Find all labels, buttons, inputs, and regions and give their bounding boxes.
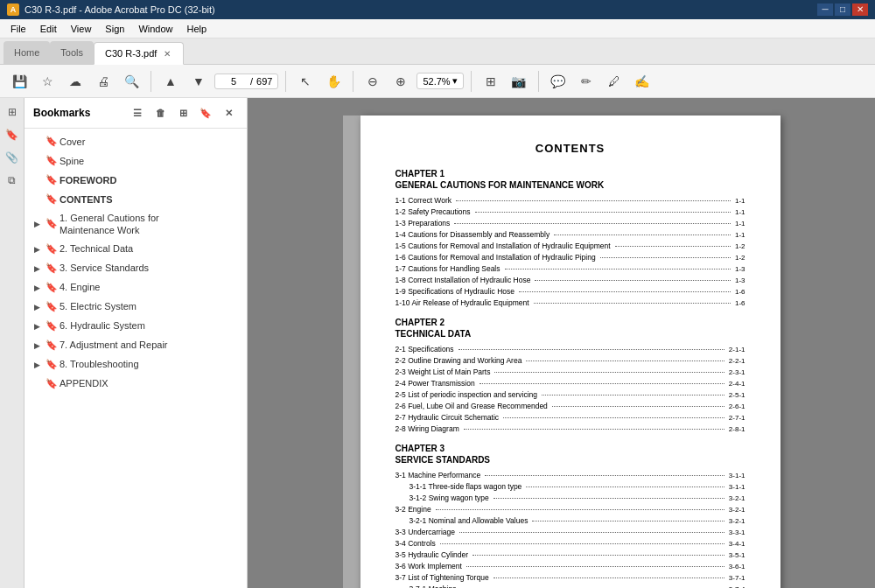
tab-document[interactable]: C30 R-3.pdf ✕ [94,42,184,65]
cursor-tool-button[interactable]: ↖ [293,69,318,94]
tab-close-icon[interactable]: ✕ [162,48,172,60]
expand-icon[interactable]: ▶ [32,340,42,351]
expand-icon[interactable]: ▶ [32,302,42,312]
bookmarks-options-button[interactable]: ☰ [128,103,147,122]
bookmark-label: FOREWORD [60,174,116,186]
tab-tools[interactable]: Tools [50,41,94,64]
main-area: ⊞ 🔖 📎 ⧉ Bookmarks ☰ 🗑 ⊞ 🔖 ✕ 🔖 Cover [0,98,875,588]
comment-button[interactable]: 💬 [546,69,570,94]
print-button[interactable]: 🖨 [91,69,116,94]
pdf-contents-title: CONTENTS [396,142,746,155]
expand-icon[interactable]: ▶ [32,219,42,229]
expand-placeholder [32,194,42,205]
expand-placeholder [32,379,42,389]
document-area[interactable]: CONTENTS CHAPTER 1 GENERAL CAUTIONS FOR … [248,98,875,588]
close-button[interactable]: ✕ [852,4,868,16]
separator-2 [285,71,286,92]
expand-icon[interactable]: ▶ [32,360,42,370]
toc-item: 3-6 Work Implement3-6-1 [396,561,746,572]
bookmark-ch8[interactable]: ▶ 🔖 8. Troubleshooting [24,355,247,374]
menu-view[interactable]: View [64,19,99,38]
maximize-button[interactable]: □ [835,4,850,16]
prev-page-button[interactable]: ▲ [158,69,183,94]
tab-document-label: C30 R-3.pdf [105,48,157,59]
toc-item: 3-5 Hydraulic Cylinder3-5-1 [396,550,746,561]
bookmark-ch4[interactable]: ▶ 🔖 4. Engine [24,278,247,298]
expand-icon[interactable]: ▶ [32,263,42,274]
bookmark-icon: 🔖 [46,340,56,352]
bookmarks-close-button[interactable]: ✕ [219,103,238,122]
bookmarks-button[interactable]: 🔖 [2,124,23,145]
zoom-control[interactable]: 52.7% ▾ [416,73,463,89]
bookmark-cover[interactable]: 🔖 Cover [24,132,247,151]
toc-item: 1-8 Correct Installation of Hydraulic Ho… [396,275,746,286]
hand-tool-button[interactable]: ✋ [321,69,346,94]
page-total: 697 [256,76,272,87]
toc-item: 2-7 Hydraulic Circuit Schematic2-7-1 [396,412,746,424]
share-button[interactable]: ☁ [63,69,88,94]
expand-icon[interactable]: ▶ [32,321,42,332]
toc-item: 3-7 List of Tightening Torque3-7-1 [396,572,746,584]
menu-help[interactable]: Help [180,19,214,38]
separator-3 [353,71,354,92]
zoom-in-button[interactable]: ⊕ [388,69,413,94]
toc-item: 2-5 List of periodic inspection and serv… [396,389,746,401]
bookmark-add-button[interactable]: ☆ [35,69,60,94]
minimize-button[interactable]: ─ [817,4,833,16]
bookmark-ch3[interactable]: ▶ 🔖 3. Service Standards [24,259,247,278]
tab-home[interactable]: Home [4,41,50,64]
next-page-button[interactable]: ▼ [186,69,211,94]
attachments-button[interactable]: 📎 [2,147,23,168]
menu-sign[interactable]: Sign [98,19,131,38]
snapshot-button[interactable]: 📷 [507,69,531,94]
zoom-dropdown-icon[interactable]: ▾ [452,75,458,87]
menu-file[interactable]: File [4,19,33,38]
bookmark-ch1[interactable]: ▶ 🔖 1. General Cautions forMaintenance W… [24,209,247,240]
bookmark-label: 8. Troubleshooting [60,358,139,370]
bookmark-ch6[interactable]: ▶ 🔖 6. Hydraulic System [24,317,247,336]
bookmark-label: 7. Adjustment and Repair [60,339,168,351]
bookmark-foreword[interactable]: 🔖 FOREWORD [24,171,247,190]
bookmark-ch7[interactable]: ▶ 🔖 7. Adjustment and Repair [24,336,247,355]
expand-placeholder [32,156,42,166]
toc-item: 3-1-1 Three-side flaps wagon type3-1-1 [396,481,746,493]
page-separator: / [250,76,253,87]
menu-window[interactable]: Window [131,19,179,38]
bookmarks-expand-button[interactable]: ⊞ [173,103,192,122]
bookmark-label: 2. Technical Data [60,242,133,255]
bookmark-ch5[interactable]: ▶ 🔖 5. Electric System [24,298,247,317]
chapter2-num: CHAPTER 2 [396,318,746,327]
bookmarks-panel: Bookmarks ☰ 🗑 ⊞ 🔖 ✕ 🔖 Cover 🔖 Spine [24,98,248,588]
find-button[interactable]: 🔍 [119,69,144,94]
markup-button[interactable]: ✏ [574,69,598,94]
stamp-button[interactable]: 🖊 [602,69,626,94]
title-bar: A C30 R-3.pdf - Adobe Acrobat Pro DC (32… [0,0,875,19]
menu-edit[interactable]: Edit [33,19,64,38]
bookmark-appendix[interactable]: 🔖 APPENDIX [24,374,247,394]
bookmark-label: 6. Hydraulic System [60,319,145,332]
separator-5 [538,71,539,92]
page-thumbnails-button[interactable]: ⊞ [2,102,23,122]
sign-button[interactable]: ✍ [630,69,654,94]
expand-icon[interactable]: ▶ [32,244,42,255]
bookmark-label: Spine [60,155,84,167]
page-input[interactable]: 5 [220,76,247,87]
save-button[interactable]: 💾 [7,69,32,94]
fit-page-button[interactable]: ⊞ [479,69,503,94]
bookmarks-collapse-button[interactable]: 🔖 [196,103,215,122]
layers-button[interactable]: ⧉ [2,170,23,191]
bookmark-contents[interactable]: 🔖 CONTENTS [24,190,247,209]
bookmark-icon: 🔖 [46,359,56,371]
toc-item: 3-2 Engine3-2-1 [396,504,746,515]
bookmarks-delete-button[interactable]: 🗑 [150,103,170,122]
zoom-out-button[interactable]: ⊖ [360,69,385,94]
bookmark-spine[interactable]: 🔖 Spine [24,151,247,171]
expand-icon[interactable]: ▶ [32,283,42,293]
bookmark-label: 5. Electric System [60,300,136,312]
bookmark-icon: 🔖 [46,218,56,230]
bookmark-ch2[interactable]: ▶ 🔖 2. Technical Data [24,240,247,259]
bookmark-icon: 🔖 [46,243,56,256]
bookmark-label: APPENDIX [60,377,108,389]
chapter2-title: TECHNICAL DATA [396,329,746,339]
chapter3-num: CHAPTER 3 [396,444,746,453]
